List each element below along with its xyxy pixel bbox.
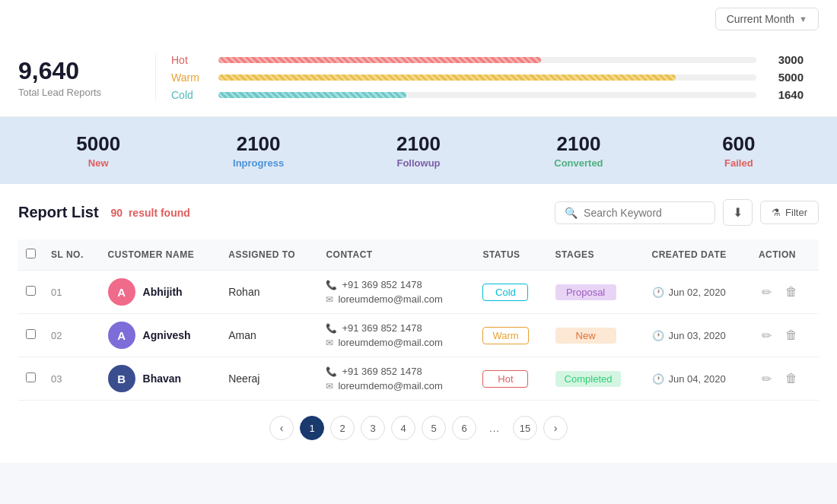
avatar: A	[108, 278, 135, 306]
header-sl-no: SL NO.	[43, 239, 100, 271]
edit-button[interactable]: ✏	[759, 327, 775, 344]
table-row: 02 A Agnivesh Aman 📞 +91 369 852 1478 ✉ …	[18, 314, 819, 357]
status-badge: Cold	[482, 284, 528, 301]
delete-button[interactable]: 🗑	[782, 284, 800, 300]
filter-label: Filter	[785, 207, 807, 218]
contact-phone: +91 369 852 1478	[342, 279, 422, 290]
page-button-5[interactable]: 5	[422, 416, 446, 440]
row-checkbox-0[interactable]	[26, 286, 36, 296]
clock-icon: 🕐	[652, 287, 664, 298]
warm-label: Warm	[171, 71, 209, 84]
contact-email: loreumdemo@mail.com	[338, 293, 442, 305]
hot-progress-bar	[218, 57, 541, 63]
row-checkbox-1[interactable]	[26, 329, 36, 339]
row-assigned-to: Aman	[221, 314, 318, 357]
header-status: STATUS	[475, 239, 547, 271]
page-button-1[interactable]: 1	[300, 416, 324, 440]
filter-icon: ⚗	[772, 207, 781, 218]
total-number: 9,640	[18, 57, 155, 85]
contact-email: loreumdemo@mail.com	[338, 337, 442, 348]
row-assigned-to: Rohan	[221, 271, 318, 314]
filter-button[interactable]: ⚗ Filter	[760, 201, 819, 224]
header-action: ACTION	[751, 239, 819, 271]
header-contact: CONTACT	[318, 239, 475, 271]
customer-name: Agnivesh	[143, 329, 191, 341]
status-followup: 2100 Followup	[339, 132, 498, 169]
row-action: ✏ 🗑	[751, 357, 819, 401]
delete-button[interactable]: 🗑	[782, 370, 800, 387]
row-checkbox-2[interactable]	[26, 372, 36, 382]
chevron-down-icon: ▼	[799, 14, 807, 24]
hot-progress-container	[218, 57, 756, 63]
status-badge: Hot	[482, 370, 528, 388]
total-block: 9,640 Total Lead Reports	[18, 57, 155, 98]
search-input[interactable]	[584, 207, 705, 219]
download-button[interactable]: ⬇	[723, 199, 753, 226]
result-text: result found	[129, 207, 190, 219]
row-stage: Proposal	[548, 271, 644, 314]
edit-button[interactable]: ✏	[759, 370, 775, 388]
contact-email: loreumdemo@mail.com	[338, 380, 442, 391]
row-sl-no: 02	[43, 314, 100, 357]
stage-badge: Proposal	[555, 284, 616, 300]
prev-page-button[interactable]: ‹	[269, 416, 294, 440]
stats-section: 9,640 Total Lead Reports Hot 3000 Warm 5…	[0, 38, 837, 117]
page-dots: ...	[482, 416, 507, 440]
row-customer: A Agnivesh	[100, 314, 221, 357]
row-contact: 📞 +91 369 852 1478 ✉ loreumdemo@mail.com	[318, 357, 475, 401]
row-stage: Completed	[548, 357, 644, 401]
status-badge: Warm	[482, 327, 528, 344]
page-button-2[interactable]: 2	[330, 416, 355, 440]
report-table: SL NO. CUSTOMER NAME ASSIGNED TO CONTACT…	[18, 239, 819, 401]
followup-count: 2100	[339, 132, 498, 156]
status-new: 5000 New	[18, 132, 178, 169]
header-assigned-to: ASSIGNED TO	[221, 239, 318, 271]
next-page-button[interactable]: ›	[543, 416, 568, 440]
status-band: 5000 New 2100 Inprogress 2100 Followup 2…	[0, 117, 837, 184]
cold-type-row: Cold 1640	[171, 88, 804, 101]
row-status: Cold	[475, 271, 547, 314]
edit-button[interactable]: ✏	[759, 284, 775, 301]
page-button-4[interactable]: 4	[391, 416, 415, 440]
phone-icon: 📞	[326, 323, 337, 334]
current-month-button[interactable]: Current Month ▼	[715, 8, 819, 30]
page-button-3[interactable]: 3	[361, 416, 385, 440]
row-action: ✏ 🗑	[751, 271, 819, 314]
page-button-6[interactable]: 6	[452, 416, 476, 440]
row-date: 🕐 Jun 04, 2020	[644, 357, 751, 401]
lead-types: Hot 3000 Warm 5000 Cold 1640	[155, 53, 819, 101]
select-all-checkbox[interactable]	[26, 249, 36, 258]
pagination: ‹ 1 2 3 4 5 6 ... 15 ›	[18, 401, 819, 448]
row-status: Warm	[475, 314, 547, 357]
delete-button[interactable]: 🗑	[782, 327, 800, 344]
cold-value: 1640	[765, 88, 804, 101]
created-date: Jun 02, 2020	[669, 287, 726, 298]
stage-badge: Completed	[555, 371, 622, 387]
cold-progress-container	[218, 92, 756, 98]
avatar: B	[108, 365, 135, 392]
row-sl-no: 03	[43, 357, 100, 401]
report-header: Report List 90 result found 🔍 ⬇ ⚗ Filter	[18, 199, 819, 226]
page-button-15[interactable]: 15	[513, 416, 537, 440]
header-created-date: CREATED DATE	[644, 239, 751, 271]
row-action: ✏ 🗑	[751, 314, 819, 357]
failed-count: 600	[659, 132, 819, 156]
table-body: 01 A Abhijith Rohan 📞 +91 369 852 1478 ✉…	[18, 271, 819, 401]
followup-label: Followup	[339, 157, 498, 169]
current-month-label: Current Month	[727, 13, 794, 25]
status-failed: 600 Failed	[659, 132, 819, 169]
inprogress-count: 2100	[178, 132, 338, 156]
row-checkbox-cell	[18, 271, 43, 314]
search-area: 🔍 ⬇ ⚗ Filter	[555, 199, 819, 226]
row-sl-no: 01	[43, 271, 100, 314]
created-date: Jun 04, 2020	[669, 373, 726, 385]
customer-name: Abhijith	[143, 286, 183, 298]
clock-icon: 🕐	[652, 373, 664, 385]
result-number: 90	[111, 207, 123, 219]
top-bar: Current Month ▼	[0, 0, 837, 38]
warm-progress-container	[218, 74, 756, 81]
new-label: New	[18, 157, 178, 169]
warm-progress-bar	[218, 74, 676, 81]
phone-icon: 📞	[326, 280, 337, 290]
row-status: Hot	[475, 357, 547, 401]
